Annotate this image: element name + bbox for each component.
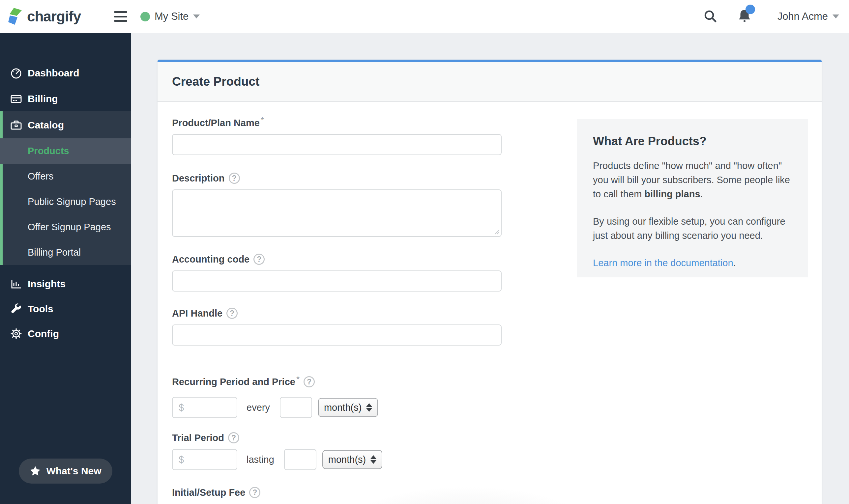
whats-new-button[interactable]: What's New <box>19 458 112 484</box>
sidebar-subitem-label: Public Signup Pages <box>28 196 116 207</box>
accounting-code-input[interactable] <box>172 270 502 291</box>
sidebar-item-billing-portal[interactable]: Billing Portal <box>0 240 131 265</box>
user-menu[interactable]: John Acme <box>777 11 839 22</box>
sidebar-item-label: Billing <box>28 93 58 104</box>
info-paragraph-2: By using our flexible setup, you can con… <box>593 214 792 243</box>
sidebar-item-label: Catalog <box>28 120 64 131</box>
menu-toggle-icon[interactable] <box>114 11 127 22</box>
documentation-link[interactable]: Learn more in the documentation <box>593 257 733 268</box>
sidebar-item-products[interactable]: Products <box>0 138 131 164</box>
description-label: Description ? <box>172 172 502 184</box>
chevron-down-icon <box>832 15 839 18</box>
notifications-button[interactable] <box>737 8 753 25</box>
page-title: Create Product <box>172 75 259 89</box>
required-asterisk: * <box>261 115 264 126</box>
sidebar-item-config[interactable]: Config <box>0 321 131 346</box>
accounting-code-label: Accounting code ? <box>172 253 502 265</box>
api-handle-input[interactable] <box>172 324 502 345</box>
gear-icon <box>10 327 22 340</box>
recurring-interval-input[interactable] <box>280 397 312 418</box>
selected-unit: month(s) <box>328 454 366 465</box>
card-accent-bar <box>158 60 821 62</box>
chevron-down-icon <box>193 15 200 18</box>
create-product-form: Product/Plan Name * Description ? <box>172 117 502 504</box>
resize-handle-icon[interactable] <box>493 228 500 235</box>
bar-chart-icon <box>10 278 22 290</box>
info-panel-title: What Are Products? <box>593 134 792 148</box>
select-arrows-icon <box>366 403 372 412</box>
product-name-label: Product/Plan Name * <box>172 117 502 129</box>
help-icon[interactable]: ? <box>249 487 260 498</box>
sidebar-item-offers[interactable]: Offers <box>0 164 131 189</box>
sidebar-subitem-label: Offer Signup Pages <box>28 222 111 233</box>
create-product-card: Create Product Product/Plan Name * Descr… <box>158 60 821 504</box>
sidebar-item-public-signup-pages[interactable]: Public Signup Pages <box>0 189 131 214</box>
main-content: Create Product Product/Plan Name * Descr… <box>131 33 849 504</box>
briefcase-icon <box>10 119 22 131</box>
app-root: chargify My Site John Acme <box>0 0 849 504</box>
credit-card-icon <box>10 93 22 105</box>
notification-badge <box>745 5 755 14</box>
trial-period-label: Trial Period ? <box>172 432 502 444</box>
billing-plans-bold: billing plans <box>644 189 700 199</box>
selected-unit: month(s) <box>324 402 361 413</box>
recurring-price-input[interactable] <box>172 397 237 418</box>
select-arrows-icon <box>370 455 376 464</box>
card-body: Product/Plan Name * Description ? <box>158 102 821 504</box>
recurring-period-row: every month(s) <box>172 397 502 418</box>
wrench-icon <box>10 303 22 315</box>
required-asterisk: * <box>296 374 300 384</box>
sidebar-item-label: Insights <box>28 278 66 290</box>
trial-unit-select[interactable]: month(s) <box>322 450 382 469</box>
every-text: every <box>247 402 270 413</box>
help-icon[interactable]: ? <box>253 254 265 265</box>
lasting-text: lasting <box>247 454 274 465</box>
header-actions: John Acme <box>703 0 849 33</box>
top-header: chargify My Site John Acme <box>0 0 849 33</box>
sidebar-item-label: Config <box>28 328 59 339</box>
info-link-line: Learn more in the documentation. <box>593 256 792 270</box>
sidebar-item-tools[interactable]: Tools <box>0 296 131 322</box>
help-icon[interactable]: ? <box>229 173 240 184</box>
sidebar-subitem-label: Offers <box>28 171 53 182</box>
description-field-wrap <box>172 190 502 237</box>
sidebar-catalog-group: Catalog Products Offers Public Signup Pa… <box>0 111 131 265</box>
sidebar-subitem-label: Billing Portal <box>28 247 81 258</box>
site-name: My Site <box>155 11 189 22</box>
sidebar-item-label: Tools <box>28 303 53 314</box>
gauge-icon <box>10 67 22 79</box>
user-name: John Acme <box>777 11 828 22</box>
sidebar-item-billing[interactable]: Billing <box>0 86 131 111</box>
sidebar-nav: Dashboard Billing Catalog Products <box>0 33 131 504</box>
description-textarea[interactable] <box>173 190 501 236</box>
site-switcher[interactable]: My Site <box>140 0 200 33</box>
product-name-input[interactable] <box>172 134 502 155</box>
sidebar-subitem-label: Products <box>28 146 69 157</box>
sidebar-item-catalog[interactable]: Catalog <box>3 113 131 138</box>
chargify-logo-icon <box>7 7 24 26</box>
search-icon[interactable] <box>703 9 718 24</box>
recurring-period-label: Recurring Period and Price * ? <box>172 376 502 388</box>
help-icon[interactable]: ? <box>226 308 237 319</box>
trial-price-input[interactable] <box>172 449 237 470</box>
what-are-products-panel: What Are Products? Products define "how … <box>577 119 808 277</box>
trial-period-row: lasting month(s) <box>172 449 502 470</box>
setup-fee-label: Initial/Setup Fee ? <box>172 487 502 499</box>
card-header: Create Product <box>158 62 821 102</box>
chargify-logo[interactable]: chargify <box>7 7 81 26</box>
star-icon <box>30 466 41 476</box>
brand-name: chargify <box>27 8 81 25</box>
whats-new-label: What's New <box>46 466 101 476</box>
help-icon[interactable]: ? <box>303 376 315 388</box>
site-status-dot <box>140 12 150 21</box>
sidebar-item-insights[interactable]: Insights <box>0 271 131 296</box>
sidebar-item-offer-signup-pages[interactable]: Offer Signup Pages <box>0 214 131 240</box>
help-icon[interactable]: ? <box>228 432 239 444</box>
recurring-unit-select[interactable]: month(s) <box>318 398 378 417</box>
info-paragraph-1: Products define "how much" and "how ofte… <box>593 159 792 201</box>
api-handle-label: API Handle ? <box>172 307 502 319</box>
trial-interval-input[interactable] <box>284 449 316 470</box>
sidebar-item-label: Dashboard <box>28 68 79 79</box>
sidebar-item-dashboard[interactable]: Dashboard <box>0 60 131 86</box>
